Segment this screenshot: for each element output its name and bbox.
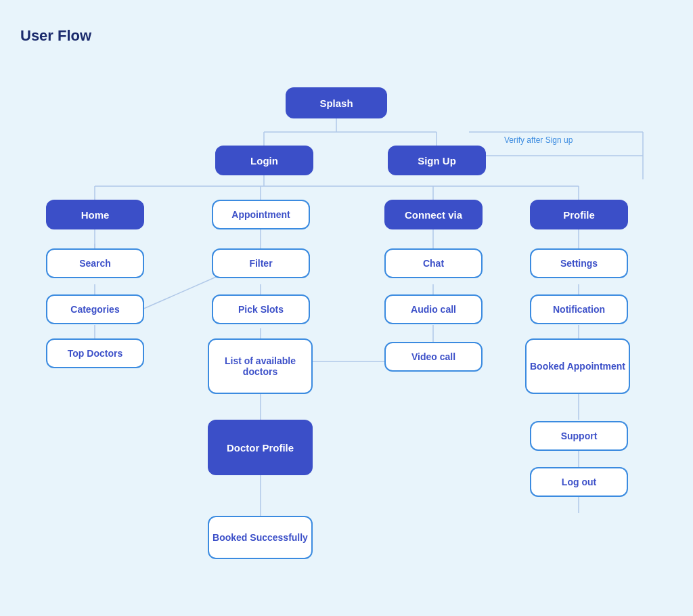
node-appointment[interactable]: Appointment <box>212 200 310 229</box>
node-signup[interactable]: Sign Up <box>388 146 486 175</box>
node-connect-via[interactable]: Connect via <box>384 200 483 229</box>
node-settings[interactable]: Settings <box>530 248 628 278</box>
verify-label: Verify after Sign up <box>504 135 573 145</box>
node-home[interactable]: Home <box>46 200 144 229</box>
node-video-call[interactable]: Video call <box>384 342 483 372</box>
node-filter[interactable]: Filter <box>212 248 310 278</box>
node-categories[interactable]: Categories <box>46 294 144 324</box>
node-search[interactable]: Search <box>46 248 144 278</box>
node-support[interactable]: Support <box>530 421 628 451</box>
node-pick-slots[interactable]: Pick Slots <box>212 294 310 324</box>
node-doctor-profile[interactable]: Doctor Profile <box>208 420 313 475</box>
node-notification[interactable]: Notification <box>530 294 628 324</box>
node-audio-call[interactable]: Audio call <box>384 294 483 324</box>
page: User Flow <box>0 0 693 616</box>
page-title: User Flow <box>20 27 673 45</box>
node-log-out[interactable]: Log out <box>530 467 628 497</box>
node-booked-successfully[interactable]: Booked Successfully <box>208 516 313 559</box>
node-booked-appointment[interactable]: Booked Appointment <box>525 338 630 394</box>
node-profile[interactable]: Profile <box>530 200 628 229</box>
node-login[interactable]: Login <box>215 146 313 175</box>
node-list-available[interactable]: List of available doctors <box>208 338 313 394</box>
node-chat[interactable]: Chat <box>384 248 483 278</box>
node-splash[interactable]: Splash <box>286 87 387 118</box>
node-top-doctors[interactable]: Top Doctors <box>46 338 144 368</box>
